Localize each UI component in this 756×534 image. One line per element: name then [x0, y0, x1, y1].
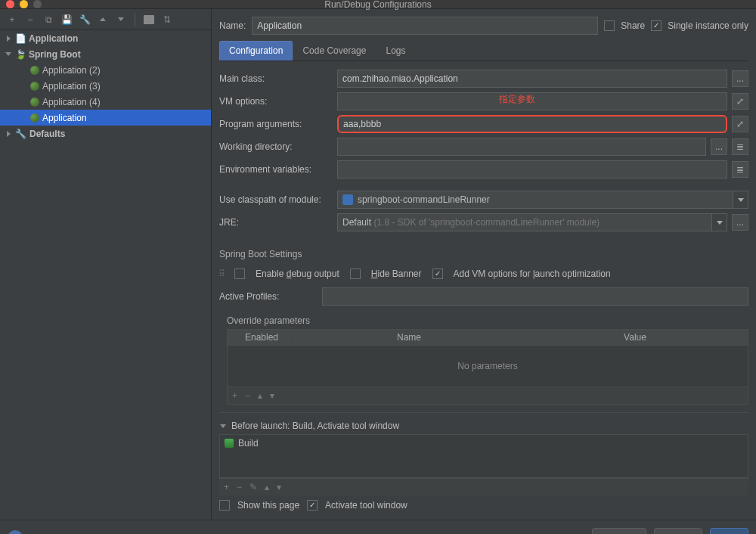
titlebar: Run/Debug Configurations — [0, 0, 756, 9]
edit-defaults-icon[interactable]: 🔧 — [79, 14, 91, 26]
copy-config-icon[interactable]: ⧉ — [42, 14, 54, 26]
tree-label: Spring Boot — [29, 49, 81, 60]
cancel-button[interactable]: Cancel — [592, 528, 646, 534]
tree-leaf[interactable]: Application (3) — [0, 78, 211, 94]
tree-label: Application (4) — [42, 97, 101, 107]
browse-main-class-button[interactable]: ... — [732, 70, 748, 87]
ok-button[interactable]: OK — [710, 528, 748, 534]
remove-config-icon[interactable]: − — [24, 14, 36, 26]
tab-code-coverage[interactable]: Code Coverage — [293, 41, 376, 61]
move-up-icon[interactable]: ▴ — [258, 390, 262, 401]
move-up-icon[interactable]: ▴ — [265, 482, 269, 492]
hammer-icon — [225, 439, 234, 448]
active-profiles-input[interactable] — [322, 287, 748, 306]
tree-label: Application — [42, 113, 87, 123]
env-vars-label: Environment variables: — [219, 164, 333, 175]
jre-value-suffix: (1.8 - SDK of 'springboot-commandLineRun… — [373, 217, 600, 228]
main-panel: Name: Share Single instance only Configu… — [212, 9, 756, 520]
disclosure-icon[interactable] — [5, 35, 12, 42]
sort-icon[interactable]: ⇅ — [161, 14, 173, 26]
run-config-icon — [30, 113, 39, 123]
col-name: Name — [296, 330, 522, 345]
remove-row-icon[interactable]: − — [245, 390, 250, 401]
name-label: Name: — [219, 20, 246, 31]
add-task-icon[interactable]: + — [224, 482, 229, 492]
disclosure-icon[interactable] — [5, 51, 12, 58]
activate-tool-window-label: Activate tool window — [325, 500, 407, 511]
override-toolbar: + − ▴ ▾ — [228, 387, 748, 404]
edit-task-icon[interactable]: ✎ — [249, 482, 257, 492]
tree-label: Defaults — [29, 129, 65, 139]
app-type-icon: 📄 — [15, 33, 26, 44]
module-icon — [342, 194, 353, 205]
single-instance-checkbox[interactable] — [651, 20, 662, 31]
browse-working-dir-button[interactable]: ... — [711, 138, 727, 155]
remove-task-icon[interactable]: − — [237, 482, 242, 492]
add-config-icon[interactable]: + — [6, 14, 18, 26]
tree-node-defaults[interactable]: 🔧 Defaults — [0, 126, 211, 141]
table-empty-text: No parameters — [228, 346, 748, 387]
grip-handle[interactable]: ⠿ — [219, 269, 224, 279]
move-down-icon[interactable] — [115, 14, 127, 26]
move-down-icon[interactable]: ▾ — [277, 482, 281, 492]
col-value: Value — [522, 330, 748, 345]
chevron-down-icon — [711, 214, 727, 231]
before-launch-toolbar: + − ✎ ▴ ▾ — [219, 478, 748, 495]
show-page-checkbox[interactable] — [219, 500, 230, 511]
move-up-icon[interactable] — [97, 14, 109, 26]
program-args-label: Program arguments: — [219, 119, 333, 129]
config-name-input[interactable] — [252, 17, 598, 35]
tree-leaf[interactable]: Application (4) — [0, 94, 211, 110]
table-header: Enabled Name Value — [228, 330, 748, 346]
tree-label: Application (2) — [42, 65, 101, 76]
tab-configuration[interactable]: Configuration — [219, 41, 293, 61]
sidebar-toolbar: + − ⧉ 💾 🔧 ⇅ — [0, 9, 211, 30]
share-checkbox[interactable] — [604, 20, 615, 31]
tree-node-spring-boot[interactable]: 🍃 Spring Boot — [0, 46, 211, 62]
expand-vm-options-button[interactable]: ⤢ — [732, 93, 748, 110]
working-dir-input[interactable] — [337, 138, 706, 156]
expand-program-args-button[interactable]: ⤢ — [732, 116, 748, 132]
before-launch-item-label: Build — [238, 438, 259, 449]
working-dir-label: Working directory: — [219, 141, 333, 152]
env-vars-input[interactable] — [337, 160, 727, 179]
main-class-input[interactable] — [337, 70, 727, 88]
before-launch-title: Before launch: Build, Activate tool wind… — [231, 421, 399, 431]
disclosure-icon[interactable] — [5, 130, 12, 138]
before-launch-panel: Build — [219, 434, 748, 478]
edit-env-vars-button[interactable]: ≣ — [732, 161, 748, 178]
tree-leaf-selected[interactable]: Application — [0, 110, 211, 126]
module-dropdown[interactable]: springboot-commandLineRunner — [337, 191, 748, 209]
tree-leaf[interactable]: Application (2) — [0, 62, 211, 78]
tab-logs[interactable]: Logs — [376, 41, 415, 61]
apply-button[interactable]: Apply — [654, 528, 702, 534]
tabs: Configuration Code Coverage Logs — [219, 41, 748, 61]
config-sidebar: + − ⧉ 💾 🔧 ⇅ 📄 Application — [0, 9, 212, 520]
enable-debug-checkbox[interactable] — [234, 269, 245, 279]
spring-boot-icon: 🍃 — [15, 49, 26, 60]
tree-label: Application (3) — [42, 81, 101, 92]
macro-working-dir-button[interactable]: ≣ — [732, 138, 748, 155]
save-config-icon[interactable]: 💾 — [60, 14, 73, 26]
toolbar-separator — [135, 13, 135, 26]
add-vm-label: Add VM options for launch optimization — [454, 269, 611, 279]
browse-jre-button[interactable]: ... — [732, 214, 748, 231]
spring-section-title: Spring Boot Settings — [219, 249, 748, 259]
before-launch-header[interactable]: Before launch: Build, Activate tool wind… — [219, 421, 748, 431]
col-enabled: Enabled — [228, 330, 296, 345]
tree-node-application[interactable]: 📄 Application — [0, 30, 211, 46]
help-button[interactable]: ? — [8, 530, 23, 534]
jre-dropdown[interactable]: Default (1.8 - SDK of 'springboot-comman… — [337, 213, 727, 231]
program-args-input[interactable] — [337, 115, 727, 133]
hide-banner-checkbox[interactable] — [350, 269, 361, 279]
wrench-icon: 🔧 — [15, 129, 26, 139]
show-page-label: Show this page — [237, 500, 299, 511]
dialog-footer: ? Cancel Apply OK — [0, 520, 756, 534]
add-row-icon[interactable]: + — [232, 390, 237, 401]
name-row: Name: Share Single instance only — [219, 14, 748, 41]
add-vm-checkbox[interactable] — [432, 269, 443, 279]
move-down-icon[interactable]: ▾ — [270, 390, 274, 401]
before-launch-item[interactable]: Build — [220, 435, 748, 452]
activate-tool-window-checkbox[interactable] — [307, 500, 318, 511]
folder-icon[interactable] — [143, 14, 155, 26]
